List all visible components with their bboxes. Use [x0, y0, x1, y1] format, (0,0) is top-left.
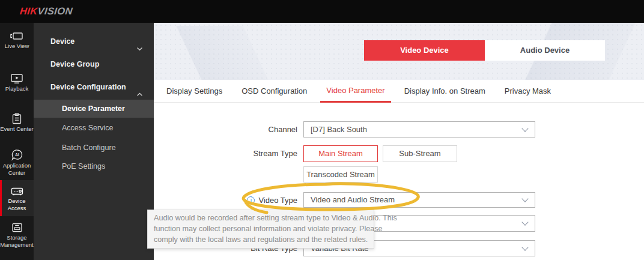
panel-item-poe-settings[interactable]: PoE Settings [34, 157, 154, 175]
stream-type-label: Stream Type [154, 145, 297, 162]
nav-label: Playback [0, 85, 34, 92]
sub-stream-button[interactable]: Sub-Stream [383, 145, 457, 162]
panel-item-device-group[interactable]: Device Group [34, 55, 154, 73]
top-bar: HIKVISION [0, 0, 644, 23]
panel-item-label: Device [50, 37, 74, 46]
sidebar-item-application-center[interactable]: AI Application Center [0, 149, 34, 177]
sidebar-item-storage-management[interactable]: Storage Management [0, 222, 34, 249]
device-access-icon [0, 186, 34, 196]
device-config-panel: Device Device Group Device Configuration… [34, 23, 154, 260]
tab-display-settings[interactable]: Display Settings [166, 80, 222, 103]
logo-vision: VISION [37, 5, 73, 16]
panel-item-access-service[interactable]: Access Service [34, 119, 154, 137]
channel-value: [D7] Back South [304, 122, 535, 137]
panel-item-label: Batch Configure [62, 144, 116, 152]
hikvision-logo: HIKVISION [19, 5, 73, 17]
panel-item-label: Access Service [62, 124, 113, 132]
tooltip-line: comply with the local laws and regulatio… [154, 234, 368, 245]
event-center-icon [0, 113, 34, 124]
video-type-label: Video Type [258, 196, 297, 205]
chevron-down-icon [521, 219, 528, 225]
tab-audio-device[interactable]: Audio Device [485, 40, 605, 61]
storage-management-icon [0, 222, 34, 233]
panel-item-device-configuration[interactable]: Device Configuration [34, 78, 154, 96]
main-nav-sidebar: Live View Playback Event Center [0, 23, 34, 260]
channel-label: Channel [154, 121, 297, 138]
nav-label: Access [0, 205, 34, 212]
video-type-value: Video and Audio Stream [304, 193, 535, 207]
nav-label: Live View [0, 43, 34, 50]
panel-item-label: PoE Settings [62, 162, 105, 171]
nav-label: Device [0, 198, 34, 205]
nav-label: Center [0, 169, 34, 177]
panel-item-label: Device Parameter [62, 104, 125, 113]
tab-display-info-on-stream[interactable]: Display Info. on Stream [404, 80, 485, 103]
application-center-icon: AI [0, 149, 34, 161]
sidebar-item-playback[interactable]: Playback [0, 73, 34, 92]
info-icon[interactable]: i [247, 196, 255, 204]
main-stream-button[interactable]: Main Stream [303, 145, 378, 162]
tab-privacy-mask[interactable]: Privacy Mask [505, 80, 551, 103]
nav-label: Application [0, 162, 34, 169]
band-decoration [154, 26, 298, 80]
tooltip-line: Audio would be recorded after setting st… [154, 213, 368, 223]
logo-hik: HIK [19, 5, 38, 16]
tab-osd-configuration[interactable]: OSD Configuration [242, 80, 307, 103]
live-view-icon [0, 31, 34, 41]
sidebar-item-live-view[interactable]: Live View [0, 31, 34, 50]
hikvision-device-config-page: { "brand": { "hik": "HIK", "vision": "VI… [0, 0, 644, 260]
panel-item-label: Device Configuration [50, 83, 126, 91]
nav-label: Event Center [0, 125, 34, 133]
panel-item-batch-configure[interactable]: Batch Configure [34, 139, 154, 157]
video-type-select[interactable]: Video and Audio Stream [303, 192, 535, 208]
nav-label: Storage [0, 234, 34, 241]
panel-item-device[interactable]: Device [34, 32, 154, 50]
sidebar-item-device-access[interactable]: Device Access [0, 180, 34, 216]
tab-video-parameter[interactable]: Video Parameter [320, 80, 390, 103]
tab-video-device[interactable]: Video Device [364, 40, 485, 61]
transcoded-stream-button[interactable]: Transcoded Stream [303, 166, 378, 183]
nav-label: Management [0, 241, 34, 249]
svg-text:AI: AI [15, 153, 19, 157]
tooltip-line: function may collect personal informatio… [154, 223, 368, 234]
video-type-label-row: i Video Type [154, 192, 297, 208]
parameter-tab-bar: Display Settings OSD Configuration Video… [154, 80, 644, 103]
channel-select[interactable]: [D7] Back South [303, 121, 535, 138]
audio-privacy-tooltip: Audio would be recorded after setting st… [147, 210, 374, 249]
playback-icon [0, 73, 34, 84]
sidebar-item-event-center[interactable]: Event Center [0, 113, 34, 133]
panel-item-device-parameter[interactable]: Device Parameter [34, 100, 154, 118]
panel-item-label: Device Group [50, 60, 99, 68]
